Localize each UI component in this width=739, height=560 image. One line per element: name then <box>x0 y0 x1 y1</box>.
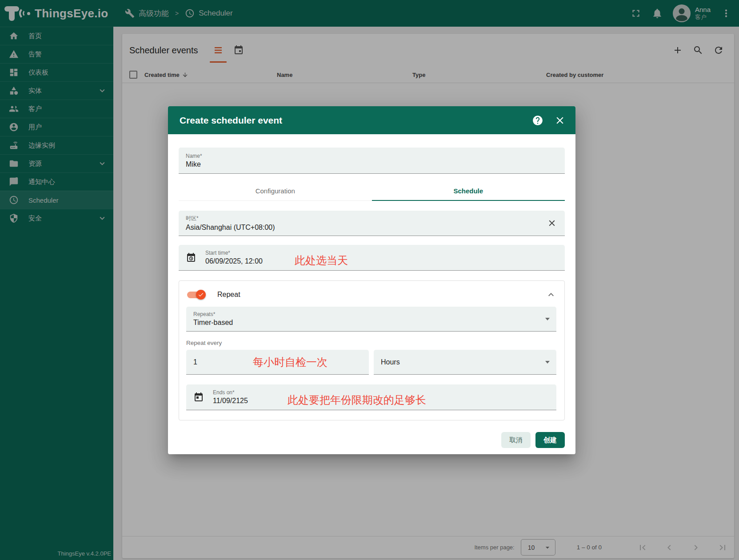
dialog-header: Create scheduler event <box>168 106 575 134</box>
create-scheduler-event-dialog: Create scheduler event Name* Mike Config… <box>168 106 575 454</box>
dialog-actions: 取消 创建 <box>179 432 565 448</box>
repeat-unit-select[interactable]: Hours <box>374 350 556 375</box>
calendar-clock-icon <box>186 252 196 263</box>
name-field-label: Name* <box>186 153 558 159</box>
ends-on-label: Ends on* <box>213 389 248 396</box>
repeat-every-row: 1 每小时自检一次 Hours <box>186 350 556 375</box>
chevron-up-icon[interactable] <box>546 289 556 300</box>
ends-on-annotation: 此处要把年份限期改的足够长 <box>288 393 426 407</box>
repeat-unit-value: Hours <box>381 358 400 366</box>
dropdown-arrow-icon <box>545 361 550 364</box>
ends-on-field[interactable]: Ends on* 11/09/2125 此处要把年份限期改的足够长 <box>186 384 556 410</box>
start-time-annotation: 此处选当天 <box>295 253 348 268</box>
help-icon[interactable] <box>532 115 543 126</box>
tab-configuration[interactable]: Configuration <box>179 181 372 200</box>
start-time-value: 06/09/2025, 12:00 <box>205 257 263 265</box>
timezone-field[interactable]: 时区* Asia/Shanghai (UTC+08:00) <box>179 211 565 236</box>
dialog-body: Name* Mike Configuration Schedule 时区* As… <box>168 134 575 454</box>
repeat-toggle-row: Repeat <box>186 284 556 305</box>
toggle-thumb <box>196 290 206 300</box>
repeat-interval-input[interactable]: 1 每小时自检一次 <box>186 350 369 375</box>
repeat-every-label: Repeat every <box>186 340 556 346</box>
repeat-interval-annotation: 每小时自检一次 <box>253 355 328 369</box>
clear-icon[interactable] <box>547 218 557 228</box>
tab-schedule[interactable]: Schedule <box>372 181 565 200</box>
dialog-tabs: Configuration Schedule <box>179 181 565 201</box>
dropdown-arrow-icon <box>545 318 550 320</box>
start-time-texts: Start time* 06/09/2025, 12:00 <box>205 250 263 265</box>
close-icon[interactable] <box>554 115 566 126</box>
name-field[interactable]: Name* Mike <box>179 148 565 174</box>
name-field-value: Mike <box>186 160 558 168</box>
ends-on-texts: Ends on* 11/09/2125 <box>213 389 248 405</box>
timezone-field-value: Asia/Shanghai (UTC+08:00) <box>186 224 558 232</box>
repeat-section: Repeat Repeats* Timer-based Repeat every… <box>179 280 565 420</box>
create-button[interactable]: 创建 <box>535 432 565 448</box>
start-time-field[interactable]: Start time* 06/09/2025, 12:00 此处选当天 <box>179 245 565 271</box>
cancel-button[interactable]: 取消 <box>501 432 531 448</box>
dialog-title: Create scheduler event <box>180 115 282 126</box>
repeats-select[interactable]: Repeats* Timer-based <box>186 307 556 332</box>
repeats-label: Repeats* <box>193 311 549 317</box>
ends-on-value: 11/09/2125 <box>213 397 248 405</box>
start-time-label: Start time* <box>205 250 263 256</box>
repeats-value: Timer-based <box>193 319 549 327</box>
repeat-toggle-label: Repeat <box>217 291 240 299</box>
repeat-interval-value: 1 <box>193 358 197 366</box>
repeat-toggle[interactable] <box>186 290 206 300</box>
timezone-field-label: 时区* <box>186 215 558 222</box>
calendar-event-icon <box>193 392 204 403</box>
check-icon <box>198 292 204 298</box>
